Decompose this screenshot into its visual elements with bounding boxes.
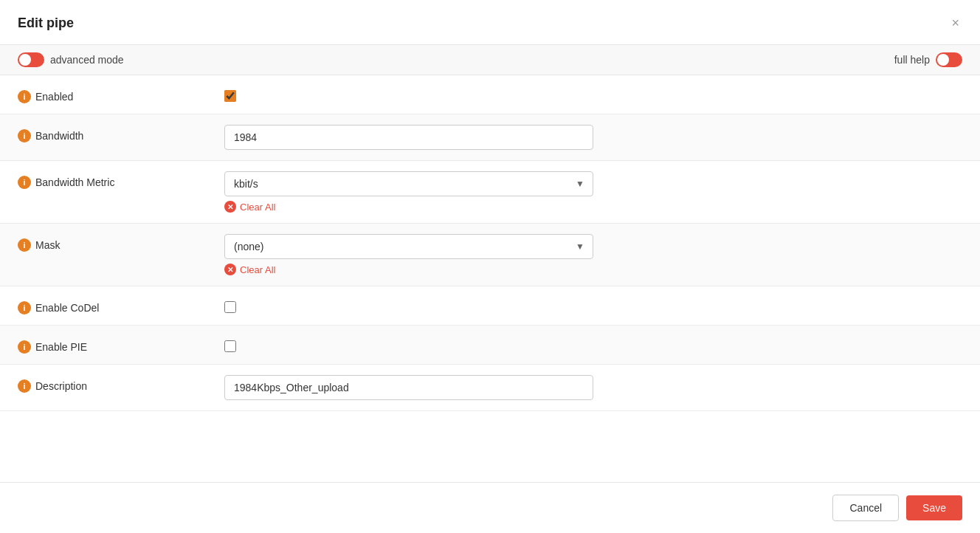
bandwidth-metric-control: kbit/s Mbit/s Gbit/s ▼ ✕ Clear All [224, 171, 962, 213]
enable-codel-control [224, 297, 962, 313]
bandwidth-metric-clear-all[interactable]: ✕ Clear All [224, 201, 275, 213]
mask-info-icon: i [18, 238, 31, 252]
modal-header: Edit pipe × [0, 0, 980, 45]
bandwidth-metric-select-wrapper: kbit/s Mbit/s Gbit/s ▼ [224, 171, 593, 196]
bandwidth-control [224, 125, 962, 150]
description-label: i Description [18, 375, 224, 393]
mask-clear-all[interactable]: ✕ Clear All [224, 264, 275, 275]
enabled-control [224, 86, 962, 102]
enable-codel-label: i Enable CoDel [18, 297, 224, 314]
bandwidth-input[interactable] [224, 125, 593, 150]
enable-codel-row: i Enable CoDel [0, 286, 980, 326]
bandwidth-metric-info-icon: i [18, 176, 31, 189]
modal-footer: Cancel Save [0, 482, 980, 533]
enable-pie-checkbox[interactable] [224, 340, 236, 352]
full-help-group: full help [894, 52, 962, 67]
bandwidth-metric-row: i Bandwidth Metric kbit/s Mbit/s Gbit/s … [0, 161, 980, 224]
bandwidth-label: i Bandwidth [18, 125, 224, 142]
bandwidth-metric-select[interactable]: kbit/s Mbit/s Gbit/s [224, 171, 593, 196]
mask-row: i Mask (none) src-ip dst-ip ▼ ✕ Clear Al… [0, 224, 980, 286]
enabled-checkbox[interactable] [224, 90, 236, 102]
enable-pie-control [224, 336, 962, 352]
enable-codel-checkbox[interactable] [224, 301, 236, 313]
description-input[interactable] [224, 375, 593, 400]
description-info-icon: i [18, 379, 31, 393]
toolbar: advanced mode full help [0, 45, 980, 75]
advanced-mode-toggle[interactable] [18, 52, 44, 67]
description-control [224, 375, 962, 400]
enable-codel-info-icon: i [18, 301, 31, 314]
edit-pipe-modal: Edit pipe × advanced mode full help i En… [0, 0, 980, 533]
mask-label: i Mask [18, 234, 224, 252]
full-help-toggle[interactable] [936, 52, 962, 67]
save-button[interactable]: Save [906, 495, 962, 520]
enable-pie-info-icon: i [18, 340, 31, 354]
bandwidth-info-icon: i [18, 129, 31, 142]
full-help-label: full help [894, 54, 930, 66]
mask-select-wrapper: (none) src-ip dst-ip ▼ [224, 234, 593, 259]
advanced-mode-label: advanced mode [50, 54, 124, 66]
advanced-mode-group: advanced mode [18, 52, 124, 67]
modal-title: Edit pipe [18, 16, 74, 31]
description-row: i Description [0, 365, 980, 411]
mask-control: (none) src-ip dst-ip ▼ ✕ Clear All [224, 234, 962, 275]
cancel-button[interactable]: Cancel [832, 495, 899, 521]
enable-pie-row: i Enable PIE [0, 326, 980, 365]
close-button[interactable]: × [948, 13, 962, 32]
enabled-row: i Enabled [0, 75, 980, 114]
enabled-info-icon: i [18, 90, 31, 103]
bandwidth-row: i Bandwidth [0, 114, 980, 161]
enabled-label: i Enabled [18, 86, 224, 103]
clear-all-icon: ✕ [224, 201, 236, 213]
mask-select[interactable]: (none) src-ip dst-ip [224, 234, 593, 259]
mask-clear-icon: ✕ [224, 264, 236, 275]
bandwidth-metric-label: i Bandwidth Metric [18, 171, 224, 189]
enable-pie-label: i Enable PIE [18, 336, 224, 354]
form-body: i Enabled i Bandwidth i Bandwidth Metric [0, 75, 980, 482]
